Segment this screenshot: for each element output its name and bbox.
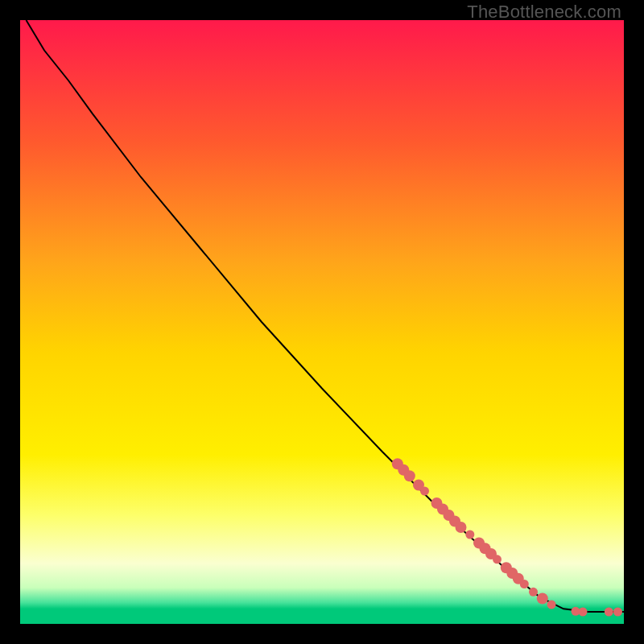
data-marker <box>529 588 538 597</box>
data-marker <box>420 487 429 496</box>
chart-frame <box>20 20 624 624</box>
data-marker <box>537 593 548 605</box>
data-marker <box>579 608 588 617</box>
data-marker <box>493 555 502 564</box>
data-marker <box>404 470 415 481</box>
data-marker <box>456 522 467 533</box>
chart-background <box>20 20 624 624</box>
data-marker <box>465 530 474 539</box>
data-marker <box>520 580 529 588</box>
data-marker <box>613 608 622 617</box>
chart-svg <box>20 20 624 624</box>
data-marker <box>547 601 556 609</box>
data-marker <box>605 608 613 617</box>
